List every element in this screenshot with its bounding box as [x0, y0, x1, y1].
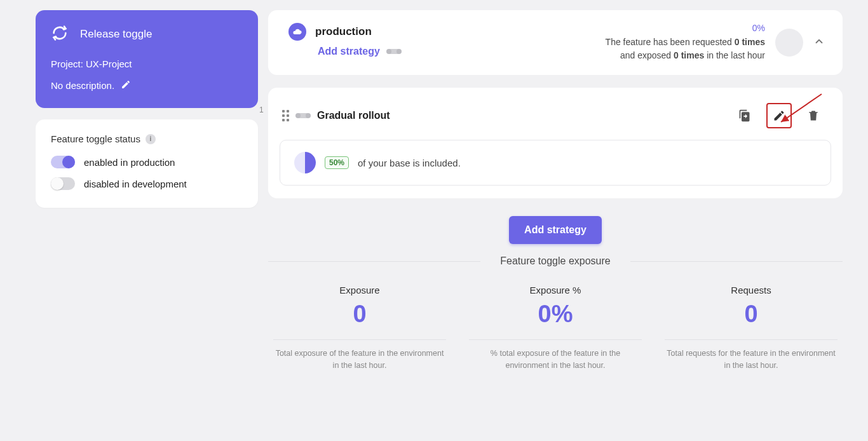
status-label: enabled in production: [84, 157, 175, 168]
edit-strategy-button[interactable]: [766, 103, 792, 128]
metric-value: 0%: [469, 301, 641, 328]
environment-card: production Add strategy 0% The feature h…: [268, 10, 843, 75]
environment-stats: 0% The feature has been requested 0 time…: [606, 23, 765, 62]
metric-description: Total exposure of the feature in the env…: [273, 348, 445, 372]
strategy-name: Gradual rollout: [317, 110, 390, 121]
rollout-percent-pill: 50%: [325, 156, 349, 169]
strategy-body: 50% of your base is included.: [280, 140, 831, 186]
collapse-toggle[interactable]: [813, 36, 825, 50]
main-content: production Add strategy 0% The feature h…: [268, 10, 843, 372]
exposure-section-title: Feature toggle exposure: [268, 255, 843, 267]
add-strategy-button[interactable]: Add strategy: [509, 216, 602, 244]
rollout-base-text: of your base is included.: [358, 158, 461, 168]
rollout-pie-icon: [294, 152, 316, 173]
strategy-type-icon: [297, 113, 309, 118]
metric-exposure: Exposure 0 Total exposure of the feature…: [273, 285, 445, 372]
environment-name: production: [315, 25, 400, 38]
metric-value: 0: [665, 301, 837, 328]
release-toggle-icon: [51, 24, 69, 44]
copy-strategy-button[interactable]: [732, 103, 757, 128]
info-icon[interactable]: i: [146, 134, 156, 144]
strategy-card: 1 Gradual rollout: [268, 88, 843, 198]
cloud-icon: [288, 23, 306, 41]
metric-label: Exposure: [273, 285, 445, 295]
metric-requests: Requests 0 Total requests for the featur…: [665, 285, 837, 372]
status-title: Feature toggle status: [51, 133, 140, 144]
description-text: No description.: [51, 80, 114, 91]
strategy-index: 1: [259, 105, 264, 114]
sidebar: Release toggle Project: UX-Project No de…: [36, 10, 258, 208]
feature-status-card: Feature toggle status i enabled in produ…: [36, 119, 258, 208]
status-row-production: enabled in production: [51, 156, 243, 168]
toggle-switch-development[interactable]: [51, 177, 75, 190]
metric-description: Total requests for the feature in the en…: [665, 348, 837, 372]
metric-exposure-percent: Exposure % 0% % total exposure of the fe…: [469, 285, 641, 372]
add-strategy-link-label: Add strategy: [318, 46, 380, 57]
toggle-switch-production[interactable]: [51, 156, 75, 168]
exposure-donut-placeholder: [775, 29, 803, 57]
project-label: Project: UX-Project: [51, 58, 243, 69]
environment-percent: 0%: [606, 23, 765, 33]
strategy-link-icon: [388, 49, 400, 54]
delete-strategy-button[interactable]: [801, 103, 826, 128]
metric-label: Exposure %: [469, 285, 641, 295]
edit-description-icon[interactable]: [121, 79, 131, 92]
description-line: No description.: [51, 79, 243, 92]
drag-handle-icon[interactable]: [282, 110, 289, 121]
toggle-summary-card: Release toggle Project: UX-Project No de…: [36, 10, 258, 108]
exposure-section: Feature toggle exposure Exposure 0 Total…: [268, 255, 843, 372]
toggle-type-title: Release toggle: [80, 28, 152, 41]
metric-description: % total exposure of the feature in the e…: [469, 348, 641, 372]
add-strategy-link[interactable]: Add strategy: [318, 46, 400, 57]
status-label: disabled in development: [84, 179, 187, 189]
metric-label: Requests: [665, 285, 837, 295]
status-row-development: disabled in development: [51, 177, 243, 190]
metric-value: 0: [273, 301, 445, 328]
